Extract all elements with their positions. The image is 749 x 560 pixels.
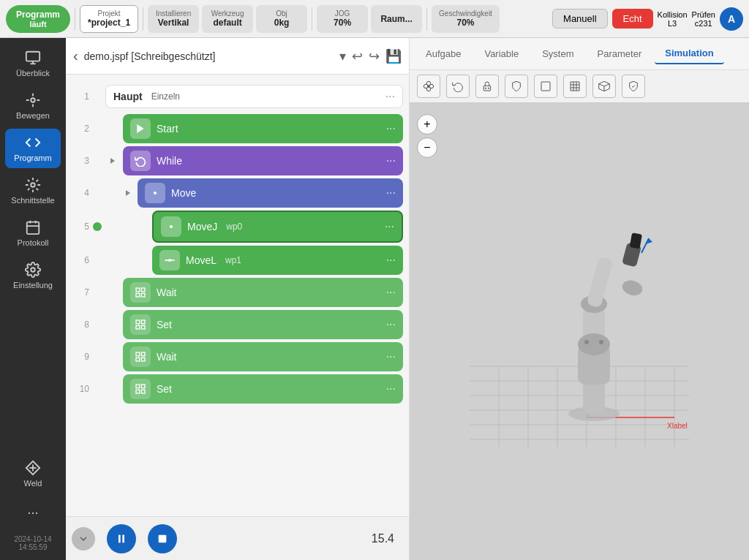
undo-button[interactable]: ↩: [352, 48, 363, 64]
kollision-item: Kollision L3: [658, 10, 688, 28]
line-2: 2 Start ···: [66, 113, 409, 145]
line-5: 5 MoveJ wp0 ···: [66, 209, 409, 244]
projekt-item[interactable]: Projekt *project_1: [80, 5, 138, 33]
wait2-menu[interactable]: ···: [386, 350, 396, 363]
block-haupt[interactable]: Haupt Einzeln ···: [105, 85, 403, 108]
sidebar-label-settings: Einstellung: [13, 281, 53, 290]
avatar[interactable]: A: [720, 7, 743, 31]
collapse-button[interactable]: [72, 527, 95, 550]
block-start[interactable]: Start ···: [123, 114, 403, 143]
sidebar-label-weld: Weld: [24, 479, 42, 488]
echt-button[interactable]: Echt: [612, 9, 653, 29]
move-triangle[interactable]: [105, 189, 135, 197]
sidebar-item-move[interactable]: Bewegen: [5, 86, 61, 126]
back-button[interactable]: ‹: [73, 48, 78, 64]
sidebar-item-settings[interactable]: Einstellung: [5, 256, 61, 295]
block-move[interactable]: Move ···: [138, 178, 403, 208]
svg-rect-27: [136, 352, 140, 356]
haupt-menu[interactable]: ···: [385, 90, 395, 103]
pause-button[interactable]: [107, 524, 136, 553]
block-wait-2[interactable]: Wait ···: [123, 342, 403, 371]
movej-menu[interactable]: ···: [385, 220, 394, 233]
block-set-2[interactable]: Set ···: [123, 374, 403, 404]
line-num-1: 1: [72, 91, 89, 102]
sidebar-item-protocol[interactable]: Protokoll: [5, 213, 61, 253]
while-triangle[interactable]: [105, 157, 120, 164]
pause-icon: [116, 533, 127, 545]
stop-button[interactable]: [148, 524, 177, 553]
robot-scene: Xlabel: [410, 70, 749, 560]
sidebar-item-weld[interactable]: Weld: [5, 454, 61, 493]
geschw-label: Geschwindigkeit: [439, 10, 492, 18]
status-line1: Programm: [16, 10, 60, 20]
svg-rect-29: [136, 357, 140, 361]
svg-rect-28: [141, 352, 145, 356]
sidebar-datetime: 2024-10-1414:55:59: [11, 532, 54, 554]
pruefen-value: c231: [695, 19, 712, 28]
status-button[interactable]: Programm läuft: [6, 5, 70, 33]
start-menu[interactable]: ···: [386, 122, 396, 135]
sidebar-item-program[interactable]: Programm: [5, 129, 61, 168]
obj-label: Obj: [276, 10, 287, 18]
line-num-7: 7: [72, 287, 89, 298]
set2-menu[interactable]: ···: [386, 382, 396, 396]
svg-marker-14: [126, 190, 130, 196]
sidebar-more-button[interactable]: ···: [21, 499, 44, 526]
move-label: Move: [171, 187, 196, 199]
svg-text:Xlabel: Xlabel: [667, 422, 688, 430]
wait1-menu[interactable]: ···: [386, 286, 396, 299]
svg-point-3: [31, 98, 35, 102]
topbar-right: Manuell Echt Kollision L3 Prüfen c231 A: [552, 7, 743, 31]
set1-menu[interactable]: ···: [386, 318, 396, 331]
jog-value: 70%: [334, 18, 351, 28]
svg-rect-24: [141, 320, 145, 324]
tab-aufgabe[interactable]: Aufgabe: [415, 44, 471, 64]
right-panel: Aufgabe Variable System Parameter Simula…: [410, 38, 749, 560]
raum-item: Raum...: [371, 5, 422, 33]
block-movel[interactable]: MoveL wp1 ···: [152, 246, 403, 275]
line-num-9: 9: [72, 352, 89, 362]
movej-sub: wp0: [226, 222, 242, 232]
tab-parameter[interactable]: Parameter: [587, 44, 652, 64]
svg-point-18: [168, 259, 171, 262]
svg-point-9: [31, 268, 35, 272]
set2-icon: [130, 379, 151, 399]
svg-rect-36: [122, 534, 124, 542]
block-while[interactable]: While ···: [123, 146, 403, 175]
dropdown-button[interactable]: ▾: [339, 48, 346, 64]
sep1: [75, 7, 75, 31]
tab-simulation[interactable]: Simulation: [655, 43, 723, 64]
tab-variable[interactable]: Variable: [474, 44, 529, 64]
obj-item: Obj 0kg: [256, 5, 307, 33]
wait1-label: Wait: [157, 287, 176, 298]
svg-rect-5: [27, 222, 39, 235]
svg-rect-19: [136, 288, 140, 292]
projekt-label: Projekt: [97, 10, 120, 18]
save-button[interactable]: 💾: [385, 48, 402, 64]
program-panel: ‹ demo.jspf [Schreibgeschützt] ▾ ↩ ↪ 💾 1…: [66, 38, 410, 560]
while-menu[interactable]: ···: [386, 154, 396, 167]
redo-button[interactable]: ↪: [369, 48, 380, 64]
block-wait-1[interactable]: Wait ···: [123, 278, 403, 307]
while-label: While: [157, 155, 182, 167]
geschw-item: Geschwindigkeit 70%: [432, 5, 500, 33]
tab-system[interactable]: System: [532, 44, 584, 64]
sidebar-item-interface[interactable]: Schnittstelle: [5, 171, 61, 211]
move-icon: [25, 92, 41, 108]
block-movej[interactable]: MoveJ wp0 ···: [152, 211, 403, 243]
sep3: [312, 7, 312, 31]
movel-menu[interactable]: ···: [386, 254, 396, 267]
main-layout: Überblick Bewegen Programm Schnittstelle…: [0, 38, 749, 560]
manuell-button[interactable]: Manuell: [552, 9, 608, 29]
block-set-1[interactable]: Set ···: [123, 310, 403, 339]
sidebar-item-overview[interactable]: Überblick: [5, 44, 61, 83]
topbar: Programm läuft Projekt *project_1 Instal…: [0, 0, 749, 38]
install-value: Vertikal: [158, 18, 189, 28]
move-menu[interactable]: ···: [386, 186, 396, 200]
sep2: [143, 7, 143, 31]
svg-rect-32: [141, 385, 145, 388]
set1-label: Set: [157, 319, 172, 330]
line-num-10: 10: [72, 384, 89, 394]
sidebar-bottom: Weld ··· 2024-10-1414:55:59: [5, 454, 61, 554]
sep4: [426, 7, 427, 31]
